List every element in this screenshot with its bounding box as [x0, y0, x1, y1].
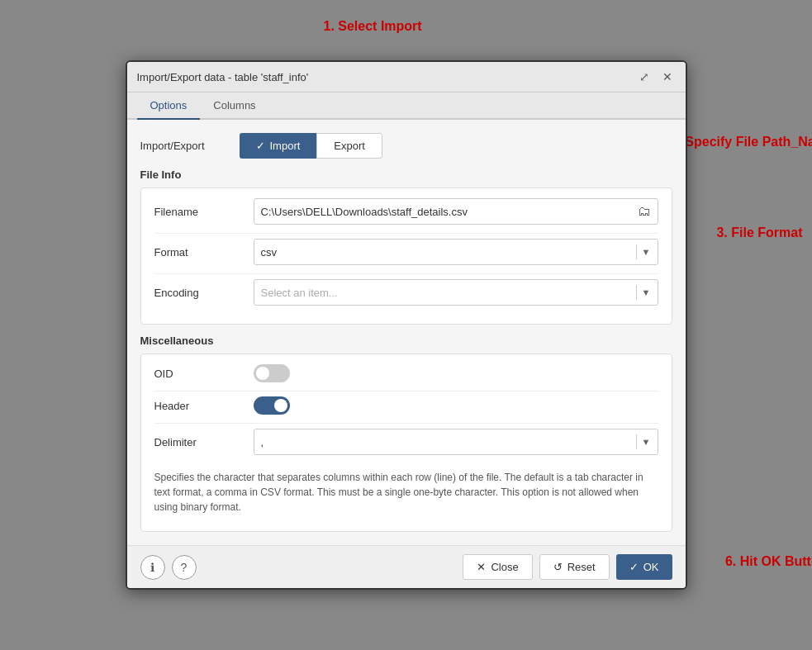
annotation-2: 2. Specify File Path_Name	[671, 135, 813, 149]
encoding-select[interactable]: Select an item... ▼	[254, 279, 658, 306]
delimiter-select[interactable]: , ▼	[254, 429, 658, 455]
encoding-row: Encoding Select an item... ▼	[154, 279, 658, 306]
import-check-icon: ✓	[256, 140, 265, 152]
format-control: csv ▼	[254, 239, 658, 265]
ok-button[interactable]: ✓ OK	[616, 554, 672, 580]
close-button[interactable]: ✕ Close	[463, 554, 532, 580]
misc-section: OID Header	[140, 353, 672, 532]
expand-button[interactable]: ⤢	[636, 69, 653, 85]
ok-check-icon: ✓	[629, 561, 639, 573]
import-export-row: Import/Export ✓ Import Export	[140, 133, 672, 159]
format-divider	[636, 244, 637, 259]
import-export-control: ✓ Import Export	[240, 133, 672, 159]
close-label: Close	[491, 561, 518, 573]
reset-label: Reset	[567, 561, 596, 573]
import-export-group: ✓ Import Export	[240, 133, 672, 159]
header-toggle-slider	[254, 396, 290, 415]
delimiter-label: Delimiter	[154, 436, 254, 448]
filename-input[interactable]	[261, 206, 638, 218]
tab-options[interactable]: Options	[137, 93, 201, 120]
oid-control	[254, 364, 658, 382]
header-label: Header	[154, 400, 254, 412]
title-bar-actions: ⤢ ✕	[636, 69, 676, 85]
export-button[interactable]: Export	[316, 133, 382, 159]
format-row: Format csv ▼	[154, 239, 658, 265]
delimiter-description: Specifies the character that separates c…	[154, 463, 658, 521]
dialog-title: Import/Export data - table 'staff_info'	[137, 71, 309, 83]
filename-input-container: 🗂	[254, 198, 658, 225]
header-row: Header	[154, 396, 658, 415]
annotation-1: 1. Select Import	[324, 19, 422, 34]
import-button[interactable]: ✓ Import	[240, 133, 317, 159]
misc-header: Miscellaneous	[140, 334, 672, 347]
title-bar: Import/Export data - table 'staff_info' …	[127, 62, 686, 93]
delimiter-control: , ▼	[254, 429, 658, 455]
tab-columns[interactable]: Columns	[200, 93, 268, 120]
format-select[interactable]: csv ▼	[254, 239, 658, 265]
header-toggle[interactable]	[254, 396, 290, 415]
file-info-header: File Info	[140, 168, 672, 181]
oid-toggle-slider	[254, 364, 290, 382]
delimiter-chevron-icon: ▼	[642, 437, 651, 447]
oid-toggle-container	[254, 364, 658, 382]
filename-control: 🗂	[254, 198, 658, 225]
encoding-control: Select an item... ▼	[254, 279, 658, 306]
encoding-label: Encoding	[154, 287, 254, 299]
ok-label: OK	[643, 561, 659, 573]
import-export-label: Import/Export	[140, 140, 240, 152]
delimiter-value: ,	[261, 436, 264, 448]
annotation-6: 6. Hit OK Button	[725, 554, 812, 569]
reset-button[interactable]: ↺ Reset	[539, 554, 610, 580]
filename-label: Filename	[154, 206, 254, 218]
dialog: Import/Export data - table 'staff_info' …	[126, 60, 687, 590]
reset-icon: ↺	[553, 561, 563, 573]
footer: ℹ ? ✕ Close ↺ Reset ✓ OK	[127, 545, 686, 588]
footer-right: ✕ Close ↺ Reset ✓ OK	[463, 554, 672, 580]
format-label: Format	[154, 246, 254, 259]
tabs-container: Options Columns	[127, 93, 686, 120]
help-button[interactable]: ?	[172, 555, 197, 580]
oid-row: OID	[154, 364, 658, 382]
encoding-chevron-icon: ▼	[642, 287, 651, 297]
content-area: Import/Export ✓ Import Export File Info	[127, 120, 686, 545]
delimiter-divider	[636, 434, 637, 449]
footer-left: ℹ ?	[140, 555, 197, 580]
import-label: Import	[270, 140, 301, 152]
header-control	[254, 396, 658, 415]
file-info-section: Filename 🗂 Format csv	[140, 187, 672, 325]
close-dialog-button[interactable]: ✕	[659, 69, 676, 85]
close-icon: ✕	[477, 561, 486, 573]
encoding-divider	[636, 285, 637, 300]
delimiter-row: Delimiter , ▼	[154, 429, 658, 455]
format-value: csv	[261, 246, 278, 259]
info-button[interactable]: ℹ	[140, 555, 165, 580]
header-toggle-container	[254, 396, 658, 415]
format-select-right: ▼	[631, 244, 651, 259]
oid-toggle[interactable]	[254, 364, 290, 382]
delimiter-select-right: ▼	[631, 434, 651, 449]
annotation-3: 3. File Format	[716, 225, 802, 240]
filename-row: Filename 🗂	[154, 198, 658, 225]
encoding-placeholder: Select an item...	[261, 287, 338, 299]
folder-icon[interactable]: 🗂	[638, 204, 651, 219]
oid-label: OID	[154, 368, 254, 380]
encoding-select-right: ▼	[631, 285, 651, 300]
format-chevron-icon: ▼	[642, 247, 651, 257]
